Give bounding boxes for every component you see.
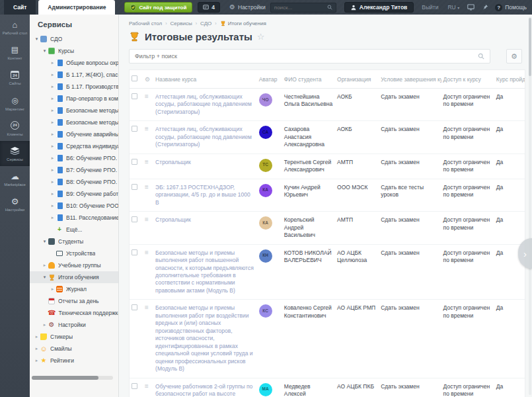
tree-item[interactable]: ▸В8: Обучение РПО. Правила без… xyxy=(30,176,118,188)
tree-item[interactable]: ▾СДО xyxy=(30,33,118,45)
breadcrumb-desktop[interactable]: Рабочий стол xyxy=(129,21,162,26)
drag-handle-icon[interactable]: ≡ xyxy=(145,304,149,311)
tree-item[interactable]: ▸В7: Обучение РПО. Решения, при… xyxy=(30,164,118,176)
tree-item[interactable]: ☎Техническая поддержка xyxy=(30,307,118,319)
tree-expand-arrow[interactable]: ▾ xyxy=(42,239,48,244)
course-name-link[interactable]: Обучение работников 2-ой группы по безоп… xyxy=(155,383,252,397)
tree-item[interactable]: ▸В9: Обучение работников 1-ой гр… xyxy=(30,188,118,200)
column-header-1[interactable]: Аватар xyxy=(257,70,282,89)
row-checkbox[interactable] xyxy=(132,159,137,165)
rail-item-home[interactable]: ⌂Рабочий стол xyxy=(0,15,30,40)
tree-expand-arrow[interactable]: ▸ xyxy=(34,358,40,363)
tree-expand-arrow[interactable]: ▾ xyxy=(42,275,48,280)
drag-handle-icon[interactable]: ≡ xyxy=(145,183,149,191)
drag-handle-icon[interactable]: ≡ xyxy=(145,216,149,223)
tree-expand-arrow[interactable]: ▸ xyxy=(42,322,48,328)
user-menu-button[interactable]: Александр Титов xyxy=(344,2,414,13)
row-checkbox[interactable] xyxy=(132,184,137,190)
logout-link[interactable]: Выйти xyxy=(422,4,438,11)
filter-search-input[interactable] xyxy=(135,53,478,60)
tree-item[interactable]: ▸В6: Обучение РПО. Земляные ра… xyxy=(30,152,118,164)
tree-expand-arrow[interactable]: ▸ xyxy=(50,60,56,66)
notifications-counter-button[interactable]: 4 xyxy=(198,2,220,13)
course-name-link[interactable]: Стропальщик xyxy=(155,216,191,223)
tree-item[interactable]: ▸Обучение аварийных ситуаций постра… xyxy=(30,128,118,140)
tree-expand-arrow[interactable]: ▸ xyxy=(50,84,56,89)
tree-item[interactable]: ▸В11. Расследование несчастного сл… xyxy=(30,212,118,224)
tree-expand-arrow[interactable]: ▸ xyxy=(50,287,56,292)
tree-expand-arrow[interactable]: ▸ xyxy=(50,108,56,113)
topbar-search-input[interactable] xyxy=(274,5,324,11)
column-header-0[interactable]: Название курса xyxy=(153,70,257,89)
column-header-5[interactable]: Доступ к курсу xyxy=(441,70,494,89)
tree-item[interactable]: ▸Стикеры xyxy=(30,331,118,343)
tree-item[interactable]: ▾Итоги обучения xyxy=(30,271,118,283)
tree-expand-arrow[interactable]: ▸ xyxy=(50,72,56,77)
column-header-2[interactable]: ФИО студента xyxy=(282,70,335,89)
tree-item[interactable]: ▸Б 1.17, Ж(4Ю), спасование и рефор… xyxy=(30,69,118,81)
tree-item[interactable]: ▸Безопасные методы и приемы бе… xyxy=(30,105,118,116)
language-selector[interactable]: RU ▾ xyxy=(447,4,459,11)
row-checkbox[interactable] xyxy=(132,249,137,255)
drag-handle-icon[interactable]: ≡ xyxy=(145,382,149,390)
breadcrumb-current[interactable]: Итоги обучения xyxy=(220,21,266,26)
favorite-star-icon[interactable]: ☆ xyxy=(257,32,265,42)
drag-handle-icon[interactable]: ≡ xyxy=(145,125,149,132)
tree-item[interactable]: ▸Средства индивидуальной защит… xyxy=(30,140,118,152)
main-vertical-scrollbar[interactable] xyxy=(529,17,531,395)
select-all-checkbox[interactable] xyxy=(132,75,137,81)
topbar-settings-button[interactable]: ⚙ Настройки xyxy=(229,4,266,11)
tab-admin[interactable]: Администрирование xyxy=(38,0,115,15)
tree-horizontal-scrollbar[interactable] xyxy=(32,376,113,380)
tree-item[interactable]: ▾Студенты xyxy=(30,236,118,247)
site-protected-button[interactable]: Сайт под защитой xyxy=(124,2,192,13)
row-checkbox[interactable] xyxy=(132,383,137,389)
tree-item[interactable]: ▸Общие вопросы охраны труда средств и… xyxy=(30,57,118,69)
row-checkbox[interactable] xyxy=(132,93,137,99)
row-checkbox[interactable] xyxy=(132,216,137,222)
tree-expand-arrow[interactable]: ▸ xyxy=(50,191,56,197)
tree-item[interactable]: +Ещё... xyxy=(30,224,118,236)
rail-item-services[interactable]: Сервисы xyxy=(0,141,30,166)
tree-item[interactable]: Устройства xyxy=(30,247,118,259)
filter-search-box[interactable] xyxy=(129,49,490,64)
column-header-4[interactable]: Условие завершения ку... xyxy=(379,70,441,89)
topbar-search[interactable] xyxy=(270,3,336,13)
pin-icon[interactable] xyxy=(482,4,488,11)
help-button[interactable]: ? Помощь xyxy=(495,4,527,11)
tree-expand-arrow[interactable]: ▸ xyxy=(34,346,40,351)
tree-expand-arrow[interactable]: ▸ xyxy=(50,120,56,125)
tree-expand-arrow[interactable]: ▸ xyxy=(50,155,56,161)
tree-item[interactable]: ▸В10: Обучение РОО. Работы на в… xyxy=(30,200,118,212)
tab-site[interactable]: Сайт xyxy=(4,0,36,15)
drag-handle-icon[interactable]: ≡ xyxy=(145,249,149,256)
rail-item-content[interactable]: ▤Контент xyxy=(0,40,30,65)
tree-expand-arrow[interactable]: ▾ xyxy=(34,36,40,42)
tree-expand-arrow[interactable]: ▸ xyxy=(50,132,56,137)
tree-item[interactable]: Отчеты за день xyxy=(30,295,118,307)
breadcrumb-sdo[interactable]: СДО xyxy=(200,21,211,26)
tree-expand-arrow[interactable]: ▸ xyxy=(50,167,56,173)
column-header-6[interactable]: Курс пройден xyxy=(494,70,525,89)
column-header-3[interactable]: Организация xyxy=(335,70,379,89)
rail-item-settings[interactable]: ⚙Настройки xyxy=(0,191,30,216)
course-name-link[interactable]: Аттестация лиц, обслуживающих сосуды, ра… xyxy=(155,93,252,115)
tree-item[interactable]: ▸☺Смайлы xyxy=(30,343,118,355)
course-name-link[interactable]: Безопасные методы и приемы выполнения ра… xyxy=(155,249,254,294)
tree-expand-arrow[interactable]: ▸ xyxy=(50,215,56,220)
course-name-link[interactable]: Аттестация лиц, обслуживающих сосуды, ра… xyxy=(155,126,252,148)
course-name-link[interactable]: ЭБ: 1267.13 РОСТЕХНАДЗОР, организации, 4… xyxy=(155,184,250,206)
row-checkbox[interactable] xyxy=(132,126,137,132)
gear-icon[interactable]: ⚙ xyxy=(145,76,150,83)
rail-item-marketing[interactable]: ◎Маркетинг xyxy=(0,91,30,116)
tree-item[interactable]: ▸Учебные группы xyxy=(30,259,118,271)
tree-item[interactable]: ▸★Рейтинги xyxy=(30,355,118,367)
rail-item-clients[interactable]: 24Клиенты xyxy=(0,116,30,141)
tree-expand-arrow[interactable]: ▸ xyxy=(50,96,56,101)
tree-item[interactable]: ▸Журнал xyxy=(30,283,118,295)
tree-expand-arrow[interactable]: ▸ xyxy=(50,144,56,149)
grid-settings-button[interactable]: ⚙ xyxy=(506,49,522,64)
drag-handle-icon[interactable]: ≡ xyxy=(145,93,149,100)
course-name-link[interactable]: Безопасные методы и приемы выполнения ра… xyxy=(155,304,252,372)
rail-item-sites[interactable]: 24Сайты xyxy=(0,65,30,90)
